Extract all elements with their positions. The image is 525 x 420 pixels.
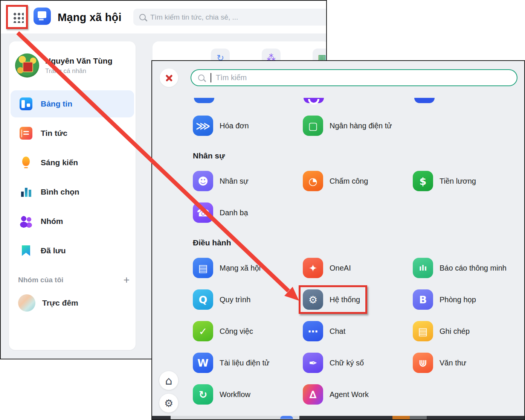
sidebar: Nguyên Văn Tùng Trang cá nhân Bảng tinTi… xyxy=(9,41,136,350)
taskbar-orange-segment xyxy=(392,416,410,419)
app-label: Báo cáo thông minh xyxy=(440,264,507,272)
sidebar-item-label: Bảng tin xyxy=(41,99,72,108)
sidebar-item-tin-tuc[interactable]: Tin tức xyxy=(11,120,134,147)
app-label: Ghi chép xyxy=(440,327,470,336)
app-icon-partial xyxy=(304,98,324,103)
section-title-dieu-hanh: Điều hành xyxy=(193,238,519,248)
ebank-icon: ▢ xyxy=(303,116,323,136)
smart-report-icon: ılı xyxy=(413,258,433,278)
idea-icon xyxy=(20,156,32,169)
sidebar-item-bang-tin[interactable]: Bảng tin xyxy=(11,90,134,117)
app-item-bao-cao-thong-minh[interactable]: ılıBáo cáo thông minh xyxy=(413,258,519,278)
app-item-mang-xa-hoi[interactable]: ▤Mạng xã hội xyxy=(193,258,303,278)
main-header: Mạng xã hội Tìm kiếm tin tức, chia sẻ, .… xyxy=(1,1,326,33)
app-label: Phòng họp xyxy=(440,295,476,304)
avatar xyxy=(15,53,39,78)
workflow-icon: ↻ xyxy=(193,384,213,405)
invoice-icon: ⋙ xyxy=(193,116,213,136)
app-label: Nhân sự xyxy=(220,177,249,186)
taskbar-strip xyxy=(152,416,524,419)
close-icon xyxy=(165,73,174,82)
app-label: Tài liệu điện tử xyxy=(220,359,269,367)
app-grid: ☻Nhân sự◔Chấm công$Tiền lương☎Danh bạ xyxy=(193,171,519,223)
my-groups-header: Nhóm của tôi + xyxy=(18,275,130,285)
gear-icon: ⚙ xyxy=(164,397,173,409)
app-label: Hệ thống xyxy=(330,295,360,304)
social-icon: ▤ xyxy=(193,258,213,278)
hr-icon: ☻ xyxy=(193,171,213,191)
app-label: Văn thư xyxy=(440,359,466,367)
sidebar-item-label: Sáng kiến xyxy=(41,158,78,167)
app-title: Mạng xã hội xyxy=(58,11,122,24)
taskbar-gray-segment xyxy=(410,416,427,419)
sidebar-item-label: Tin tức xyxy=(41,129,67,138)
profile-link[interactable]: Nguyên Văn Tùng Trang cá nhân xyxy=(15,53,128,78)
app-label: Chữ ký số xyxy=(330,359,364,367)
annotation-box-he-thong: ⚙Hệ thống xyxy=(299,285,367,314)
app-item-chat[interactable]: ⋯Chat xyxy=(303,321,413,341)
home-button[interactable]: ⌂ xyxy=(159,371,178,390)
add-group-button[interactable]: + xyxy=(124,275,130,285)
app-label: Agent Work xyxy=(330,390,369,399)
timekeeping-icon: ◔ xyxy=(303,171,323,191)
notes-icon: ▤ xyxy=(413,321,433,341)
sidebar-item-nhom[interactable]: Nhóm xyxy=(11,208,134,235)
contacts-icon: ☎ xyxy=(193,202,213,223)
tasks-icon: ✓ xyxy=(193,321,213,341)
app-launcher-panel: Tìm kiếm ⋙Hóa đơn▢Ngân hàng điện tửNhân … xyxy=(151,60,525,420)
digital-signature-icon: ✒ xyxy=(303,353,323,373)
app-label: Ngân hàng điện tử xyxy=(330,122,392,130)
app-item-quy-trinh[interactable]: QQuy trình xyxy=(193,289,303,310)
settings-button[interactable]: ⚙ xyxy=(159,394,178,412)
profile-subtitle: Trang cá nhân xyxy=(45,67,113,75)
system-icon: ⚙ xyxy=(303,289,323,310)
app-item-workflow[interactable]: ↻Workflow xyxy=(193,384,303,405)
process-icon: Q xyxy=(193,289,213,310)
search-icon xyxy=(198,75,205,81)
text-cursor xyxy=(211,73,211,82)
search-icon xyxy=(139,14,146,20)
app-label: OneAI xyxy=(330,264,351,272)
taskbar-blue-bump xyxy=(280,416,293,419)
annotation-box-launcher xyxy=(6,5,28,29)
launcher-search-placeholder: Tìm kiếm xyxy=(216,73,247,82)
app-item-he-thong[interactable]: ⚙Hệ thống xyxy=(303,289,413,310)
app-label: Mạng xã hội xyxy=(220,264,261,272)
app-item-ghi-chep[interactable]: ▤Ghi chép xyxy=(413,321,519,341)
poll-icon xyxy=(20,186,32,198)
app-item-cong-viec[interactable]: ✓Công việc xyxy=(193,321,303,341)
close-launcher-button[interactable] xyxy=(160,68,178,87)
app-item-tai-lieu-dien-tu[interactable]: WTài liệu điện tử xyxy=(193,353,303,373)
app-item-tien-luong[interactable]: $Tiền lương xyxy=(413,171,519,191)
meeting-room-icon: B xyxy=(413,289,433,310)
app-item-danh-ba[interactable]: ☎Danh bạ xyxy=(193,202,303,223)
app-grid: ⋙Hóa đơn▢Ngân hàng điện tử xyxy=(193,116,519,136)
app-item-hoa-don[interactable]: ⋙Hóa đơn xyxy=(193,116,303,136)
launcher-search-input[interactable]: Tìm kiếm xyxy=(191,69,517,86)
sidebar-item-da-luu[interactable]: Đã lưu xyxy=(11,237,134,264)
app-label: Hóa đơn xyxy=(220,122,249,130)
app-label: Quy trình xyxy=(220,295,250,304)
app-item-nhan-su[interactable]: ☻Nhân sự xyxy=(193,171,303,191)
group-name: Trực đêm xyxy=(42,298,78,307)
app-icon-partial xyxy=(414,98,435,103)
app-item-agent-work[interactable]: ∆Agent Work xyxy=(303,384,413,405)
app-item-phong-hop[interactable]: BPhòng họp xyxy=(413,289,519,310)
news-icon xyxy=(20,127,32,140)
app-item-ngan-hang-dien-tu[interactable]: ▢Ngân hàng điện tử xyxy=(303,116,413,136)
dashboard-icon xyxy=(20,97,32,110)
app-logo-icon xyxy=(34,8,51,25)
sidebar-item-label: Đã lưu xyxy=(41,246,66,255)
main-search-input[interactable]: Tìm kiếm tin tức, chia sẻ, ... xyxy=(133,9,327,26)
sidebar-group-truc-dem[interactable]: Trực đêm xyxy=(18,294,78,312)
app-label: Tiền lương xyxy=(440,177,476,186)
sidebar-item-sang-kien[interactable]: Sáng kiến xyxy=(11,149,134,176)
page: Mạng xã hội Tìm kiếm tin tức, chia sẻ, .… xyxy=(0,0,525,420)
app-item-chu-ky-so[interactable]: ✒Chữ ký số xyxy=(303,353,413,373)
app-item-van-thu[interactable]: ⋓Văn thư xyxy=(413,353,519,373)
group-avatar xyxy=(18,294,35,312)
sidebar-item-binh-chon[interactable]: Bình chọn xyxy=(11,178,134,205)
app-item-oneai[interactable]: ✦OneAI xyxy=(303,258,413,278)
app-item-cham-cong[interactable]: ◔Chấm công xyxy=(303,171,413,191)
sidebar-item-label: Nhóm xyxy=(41,217,63,226)
